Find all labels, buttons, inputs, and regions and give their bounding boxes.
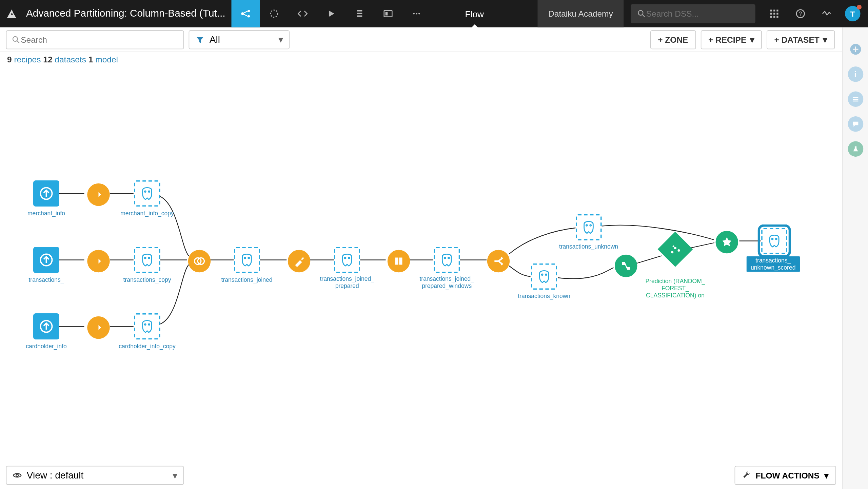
search-icon [637,9,646,18]
nav-dashboard-icon[interactable] [374,0,402,27]
add-zone-button[interactable]: + ZONE [650,30,696,49]
flow-search[interactable] [6,30,184,49]
academy-link[interactable]: Dataiku Academy [538,0,624,27]
svg-point-33 [149,324,150,325]
svg-point-46 [541,274,543,275]
recipe-train[interactable] [613,253,639,279]
dataset-label: cardholder_info_copy [112,343,183,350]
svg-point-36 [244,257,245,259]
dataset-cardholder-info-copy[interactable] [134,313,160,339]
top-navbar: Advanced Partitioning: Column-Based (Tut… [0,0,868,27]
recipe-sync-3[interactable] [85,315,112,341]
recipe-split[interactable] [486,248,512,274]
flow-actions-button[interactable]: FLOW ACTIONS ▾ [735,466,836,485]
sidebar-lab-icon[interactable] [848,141,863,157]
recipe-score[interactable] [714,229,740,255]
model-label: Prediction (RANDOM_ FOREST_ CLASSIFICATI… [640,278,711,299]
svg-point-3 [271,10,278,17]
svg-point-53 [673,246,674,247]
user-avatar[interactable]: T [841,0,865,27]
view-selector[interactable]: View : default ▾ [6,466,184,485]
flow-tab-label[interactable]: Flow [454,0,494,27]
recipes-link[interactable]: recipes [14,55,41,64]
dataset-transactions-joined[interactable] [234,247,260,273]
svg-point-45 [590,225,591,226]
flow-canvas[interactable]: merchant_info merchant_info_copy transac… [0,69,842,462]
datasets-count: 12 [43,55,52,64]
svg-point-12 [638,11,643,15]
flow-edges [0,69,842,462]
dataset-transactions-unknown-scored[interactable] [761,228,787,254]
dataset-merchant-info[interactable] [33,180,59,207]
dataset-label: transactions_joined_ prepared_windows [411,275,482,290]
svg-text:?: ? [799,11,802,17]
nav-code-icon[interactable] [288,0,317,27]
search-icon [11,35,21,44]
dataset-transactions-copy[interactable] [134,247,160,273]
dataiku-logo-icon[interactable] [0,7,24,20]
svg-point-42 [444,257,446,259]
models-link[interactable]: model [95,55,118,64]
dataset-transactions[interactable] [33,247,59,273]
dataset-transactions-joined-prepared-windows[interactable] [434,247,460,273]
recipe-prepare[interactable] [286,248,312,274]
sidebar-chat-icon[interactable] [848,116,863,132]
models-count: 1 [88,55,93,64]
svg-point-26 [144,191,146,192]
view-label: View : default [27,470,84,481]
svg-rect-14 [773,9,775,11]
flow-filter-dropdown[interactable]: All ▾ [189,30,290,49]
dataset-transactions-known[interactable] [531,263,557,290]
flow-search-input[interactable] [21,35,179,44]
recipes-count: 9 [7,55,12,64]
svg-point-51 [674,247,676,249]
svg-rect-20 [773,16,775,18]
nav-circle-icon[interactable] [260,0,288,27]
recipe-sync-1[interactable] [85,182,112,208]
help-icon[interactable]: ? [789,0,812,27]
chevron-down-icon: ▾ [750,35,754,44]
nav-play-icon[interactable] [317,0,345,27]
dataset-label: transactions_joined_ prepared [312,275,383,290]
nav-more-icon[interactable] [402,0,431,27]
add-dataset-button[interactable]: + DATASET▾ [767,30,835,49]
chevron-down-icon: ▾ [173,470,177,481]
activity-icon[interactable] [815,0,839,27]
project-title[interactable]: Advanced Partitioning: Column-Based (Tut… [24,8,231,20]
dataset-merchant-info-copy[interactable] [134,180,160,207]
right-sidebar: i [842,27,868,489]
dataset-transactions-unknown[interactable] [576,214,602,240]
flow-nav-icon[interactable] [231,0,260,27]
svg-rect-59 [853,101,858,102]
svg-rect-18 [776,13,778,15]
dataset-cardholder-info[interactable] [33,313,59,339]
svg-rect-21 [776,16,778,18]
add-recipe-button[interactable]: + RECIPE▾ [701,30,762,49]
dataset-label: transactions_known [509,293,580,300]
sidebar-add-icon[interactable] [848,42,863,57]
chevron-down-icon: ▾ [823,35,827,44]
svg-rect-7 [384,11,392,17]
apps-grid-icon[interactable] [763,0,786,27]
svg-point-39 [349,257,350,259]
dataset-label: transactions_joined [211,277,282,284]
svg-rect-15 [776,9,778,11]
global-search-input[interactable] [646,9,741,18]
datasets-link[interactable]: datasets [55,55,86,64]
recipe-window[interactable] [386,248,412,274]
sidebar-info-icon[interactable]: i [848,66,863,82]
global-search[interactable] [631,4,755,23]
svg-point-38 [344,257,346,259]
svg-point-44 [586,225,587,226]
nav-stack-icon[interactable] [345,0,374,27]
model-prediction[interactable] [662,236,688,262]
recipe-join[interactable] [186,248,213,274]
svg-rect-40 [395,258,398,265]
sidebar-list-icon[interactable] [848,92,863,107]
svg-point-52 [678,249,680,252]
recipe-sync-2[interactable] [85,248,112,274]
flow-counts: 9 recipes 12 datasets 1 model [0,52,868,66]
dataset-transactions-joined-prepared[interactable] [334,247,360,273]
filter-label: All [210,34,220,45]
eye-icon [13,471,22,480]
